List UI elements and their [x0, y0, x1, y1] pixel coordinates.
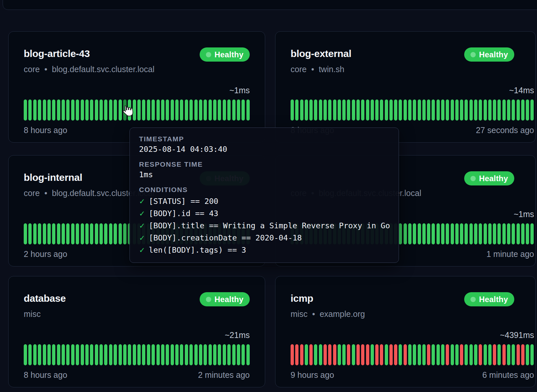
service-group: core [24, 65, 40, 74]
condition-text: len([BODY].tags) == 3 [149, 245, 246, 255]
status-badge: Healthy [464, 171, 514, 185]
tooltip-conditions-label: CONDITIONS [139, 186, 390, 194]
tooltip-response-label: RESPONSE TIME [139, 160, 390, 168]
avg-response-label: ~4391ms [500, 330, 534, 340]
condition-text: [BODY].id == 43 [149, 209, 218, 218]
subtitle-separator: • [44, 188, 47, 198]
time-newest: 6 minutes ago [482, 370, 534, 380]
avg-response-label: ~1ms [229, 86, 250, 95]
subtitle-separator: • [311, 65, 314, 74]
time-oldest: 2 hours ago [24, 249, 67, 259]
service-host: example.org [320, 309, 365, 319]
avg-response-label: ~21ms [225, 330, 250, 340]
condition-row: ✓ len([BODY].tags) == 3 [139, 245, 390, 255]
time-newest: 1 minute ago [486, 249, 534, 259]
status-badge: Healthy [200, 47, 250, 62]
check-icon: ✓ [139, 210, 145, 218]
service-title: blog-external [291, 48, 351, 59]
uptime-bars[interactable] [24, 99, 250, 121]
status-label: Healthy [214, 50, 243, 59]
service-title: blog-internal [24, 172, 82, 183]
status-dot-icon [470, 297, 476, 302]
uptime-bars[interactable] [291, 99, 534, 121]
service-card-blog-article-43[interactable]: blog-article-43 Healthy core • blog.defa… [8, 31, 265, 143]
time-range: 8 hours ago 2 minutes ago [24, 370, 250, 380]
service-host: blog.default.svc.cluster.local [52, 65, 154, 74]
uptime-bars[interactable] [24, 344, 250, 365]
condition-text: [BODY].title == Writing a Simple Reverse… [149, 221, 390, 230]
service-group: misc [291, 309, 307, 319]
partial-card-above [3, 0, 537, 10]
time-oldest: 8 hours ago [24, 126, 67, 135]
status-dot-icon [470, 176, 476, 181]
service-card-blog-external[interactable]: blog-external Healthy core • twin.sh ~14… [275, 31, 536, 143]
condition-row: ✓ [BODY].creationDate == 2020-04-18 [139, 233, 390, 242]
service-subtitle: core • blog.default.svc.cluster.local [24, 65, 155, 74]
avg-response-label: ~1ms [514, 210, 534, 219]
status-label: Healthy [479, 295, 508, 304]
tooltip-response-value: 1ms [139, 170, 390, 179]
service-subtitle: misc • example.org [291, 309, 365, 319]
service-group: core [291, 65, 307, 74]
time-newest: 2 minutes ago [198, 370, 250, 380]
service-card-icmp[interactable]: icmp Healthy misc • example.org ~4391ms … [275, 276, 536, 387]
check-icon: ✓ [139, 197, 145, 206]
service-group: misc [24, 309, 41, 319]
subtitle-separator: • [44, 65, 47, 74]
service-title: icmp [291, 293, 313, 304]
service-title: database [24, 293, 66, 304]
condition-row: ✓ [STATUS] == 200 [139, 197, 390, 206]
condition-row: ✓ [BODY].id == 43 [139, 209, 390, 218]
tooltip-timestamp-value: 2025-08-14 04:03:40 [139, 145, 390, 154]
check-icon: ✓ [139, 246, 145, 255]
status-dot-icon [206, 52, 211, 57]
subtitle-separator: • [312, 309, 315, 319]
service-subtitle: misc [24, 309, 45, 319]
tooltip-timestamp-label: TIMESTAMP [139, 135, 390, 143]
time-range: 9 hours ago 6 minutes ago [291, 370, 534, 380]
status-badge: Healthy [200, 292, 250, 306]
uptime-bars[interactable] [291, 344, 534, 365]
check-icon: ✓ [139, 234, 145, 242]
condition-text: [BODY].creationDate == 2020-04-18 [149, 233, 302, 242]
status-label: Healthy [479, 50, 508, 59]
avg-response-label: ~14ms [509, 86, 534, 95]
time-newest: 27 seconds ago [476, 126, 534, 135]
status-badge: Healthy [464, 292, 514, 306]
hand-cursor-icon [120, 104, 134, 120]
service-group: core [24, 188, 40, 198]
status-label: Healthy [214, 295, 243, 304]
status-dot-icon [470, 52, 476, 57]
service-title: blog-article-43 [24, 48, 90, 59]
status-badge: Healthy [464, 47, 514, 62]
service-card-database[interactable]: database Healthy misc ~21ms 8 hours ago … [8, 276, 265, 387]
condition-row: ✓ [BODY].title == Writing a Simple Rever… [139, 221, 390, 230]
service-subtitle: core • twin.sh [291, 65, 344, 74]
service-host: twin.sh [319, 65, 344, 74]
time-oldest: 9 hours ago [291, 370, 334, 380]
status-dot-icon [206, 297, 211, 302]
check-icon: ✓ [139, 222, 145, 230]
result-tooltip: TIMESTAMP 2025-08-14 04:03:40 RESPONSE T… [129, 127, 399, 263]
status-label: Healthy [479, 174, 508, 183]
time-oldest: 8 hours ago [24, 370, 67, 380]
condition-text: [STATUS] == 200 [149, 197, 218, 206]
